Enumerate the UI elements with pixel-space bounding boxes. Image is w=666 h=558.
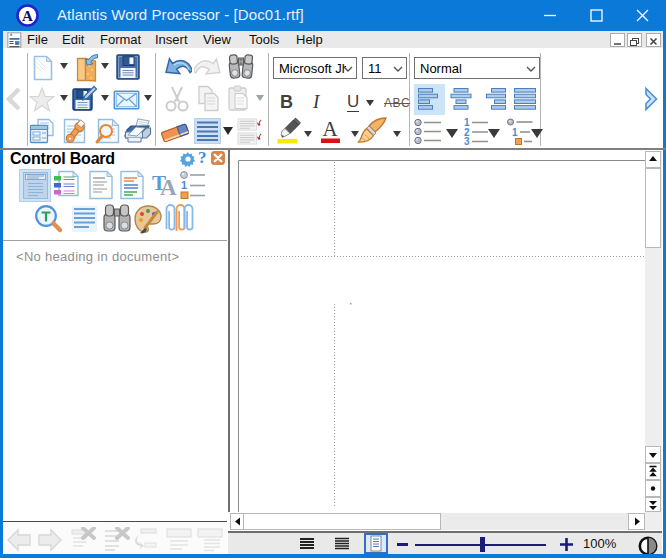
svg-text:3: 3 xyxy=(464,136,470,145)
svg-text:1: 1 xyxy=(181,179,187,191)
svg-text:A: A xyxy=(322,118,338,141)
svg-text:1: 1 xyxy=(512,127,518,138)
svg-text:A: A xyxy=(22,8,33,24)
